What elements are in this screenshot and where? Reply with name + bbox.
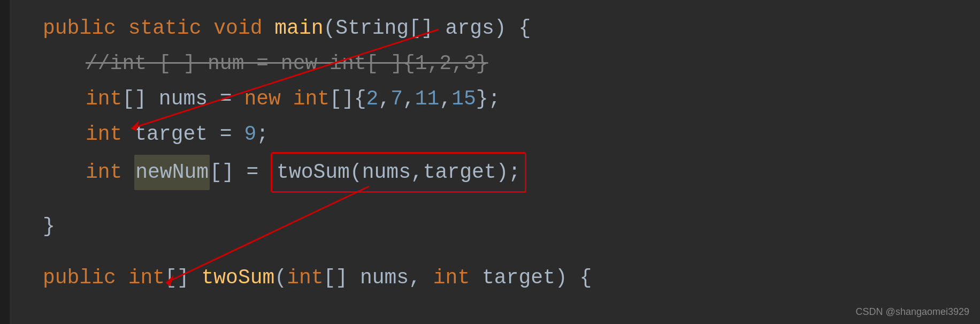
method-main: main bbox=[274, 11, 323, 46]
num-9: 9 bbox=[244, 117, 256, 152]
kw-int-6: int bbox=[287, 260, 323, 296]
comment-line: //int [ ] num = new int[ ]{1,2,3} bbox=[86, 46, 488, 81]
kw-new: new bbox=[244, 81, 293, 117]
code-line-5: int newNum[] = twoSum(nums,target); bbox=[21, 152, 980, 193]
method-twosum: twoSum bbox=[201, 260, 274, 296]
keyword-void: void bbox=[213, 11, 274, 46]
kw-int-3: int bbox=[86, 117, 122, 152]
num-2: 2 bbox=[366, 81, 379, 117]
code-line-9: public int[] twoSum(int[] nums, int targ… bbox=[21, 260, 980, 296]
nums-decl: [] nums = bbox=[122, 81, 244, 117]
keyword-static: static bbox=[128, 11, 214, 46]
kw-public-2: public bbox=[43, 260, 128, 296]
code-line-1: public static void main(String[] args) { bbox=[21, 11, 980, 46]
num-11: 11 bbox=[415, 81, 440, 117]
kw-int-1: int bbox=[86, 81, 122, 117]
num-15: 15 bbox=[451, 81, 476, 117]
main-params: (String[] args) { bbox=[324, 11, 531, 46]
newnum-highlight: newNum bbox=[134, 155, 210, 190]
code-line-8 bbox=[21, 244, 980, 260]
array-open: []{ bbox=[330, 81, 366, 117]
kw-int-7: int bbox=[433, 260, 470, 296]
code-line-4: int target = 9; bbox=[21, 117, 980, 152]
closing-brace-1: } bbox=[43, 209, 55, 244]
kw-int-2: int bbox=[293, 81, 330, 117]
kw-int-5: int bbox=[128, 260, 165, 296]
code-line-2: //int [ ] num = new int[ ]{1,2,3} bbox=[21, 46, 980, 81]
code-line-3: int[] nums = new int[]{2,7,11,15}; bbox=[21, 81, 980, 117]
code-line-6 bbox=[21, 193, 980, 209]
target-decl: target = bbox=[122, 117, 244, 152]
twosum-call: twoSum(nums,target); bbox=[277, 161, 520, 184]
twosum-call-box: twoSum(nums,target); bbox=[271, 152, 526, 193]
editor-gutter bbox=[0, 0, 10, 324]
code-editor: public static void main(String[] args) {… bbox=[0, 0, 980, 324]
kw-int-4: int bbox=[86, 155, 122, 190]
watermark: CSDN @shangaomei3929 bbox=[856, 306, 969, 318]
num-7: 7 bbox=[391, 81, 403, 117]
keyword-public: public bbox=[43, 11, 128, 46]
code-line-7: } bbox=[21, 209, 980, 244]
